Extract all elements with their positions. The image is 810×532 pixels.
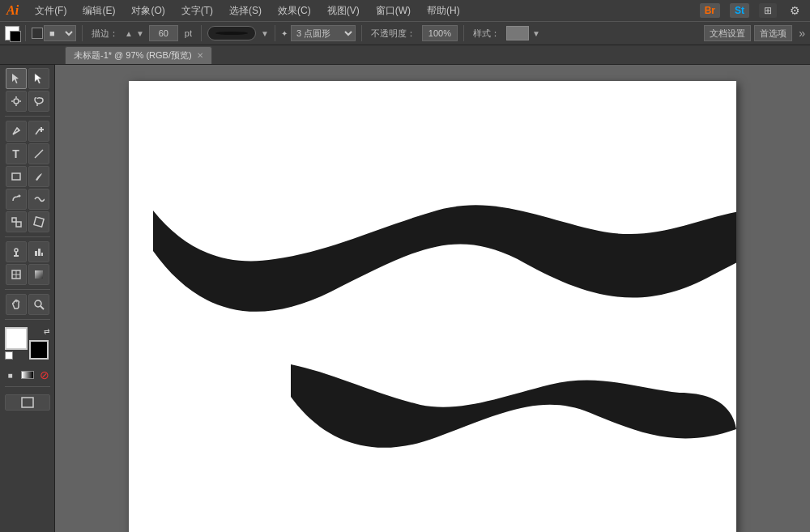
stroke-up-btn[interactable]: ▲: [125, 29, 133, 38]
workspace-btn[interactable]: ⊞: [759, 3, 777, 18]
direct-select-tool[interactable]: [28, 68, 49, 89]
free-transform-tool[interactable]: [28, 211, 49, 232]
menu-select[interactable]: 选择(S): [226, 2, 265, 19]
document-tab[interactable]: 未标题-1* @ 97% (RGB/预览) ✕: [65, 46, 212, 64]
menu-effect[interactable]: 效果(C): [275, 2, 314, 19]
stroke-down-btn[interactable]: ▼: [136, 29, 144, 38]
app-logo: Ai: [6, 3, 19, 18]
rotate-tools: [6, 189, 49, 210]
swap-colors-btn[interactable]: ⇄: [44, 327, 50, 335]
svg-marker-0: [12, 74, 19, 83]
separator-4: [275, 25, 275, 41]
brush-select[interactable]: 3 点圆形: [291, 25, 356, 41]
menu-help[interactable]: 帮助(H): [424, 2, 463, 19]
svg-point-17: [15, 249, 18, 252]
color-mode-icons: ■ ⊘: [3, 368, 52, 382]
type-tool[interactable]: T: [6, 143, 27, 164]
separator-1: [25, 25, 26, 41]
tab-label: 未标题-1* @ 97% (RGB/预览): [74, 49, 192, 62]
none-mode-btn[interactable]: ⊘: [37, 368, 52, 382]
svg-line-8: [17, 128, 19, 130]
svg-rect-29: [22, 398, 33, 407]
screen-mode-btn[interactable]: [5, 394, 50, 411]
svg-line-11: [35, 150, 43, 158]
tool-sep-2: [5, 236, 50, 237]
doc-settings-button[interactable]: 文档设置: [704, 25, 751, 41]
svg-line-28: [40, 306, 44, 309]
brush-size-icon: ✦: [281, 29, 288, 38]
svg-marker-13: [19, 194, 21, 198]
warp-tool[interactable]: [28, 189, 49, 210]
menu-window[interactable]: 窗口(W): [373, 2, 414, 19]
menu-view[interactable]: 视图(V): [324, 2, 363, 19]
menu-edit[interactable]: 编辑(E): [79, 2, 118, 19]
type-tools: T: [6, 143, 49, 164]
main-area: T: [0, 65, 810, 532]
paintbrush-tool[interactable]: [28, 166, 49, 187]
default-colors-btn[interactable]: [5, 351, 13, 360]
stroke-indicator[interactable]: [29, 340, 49, 360]
rectangle-tool[interactable]: [6, 166, 27, 187]
menu-object[interactable]: 对象(O): [128, 2, 168, 19]
zoom-tool[interactable]: [28, 294, 49, 315]
top-toolbar: ■ 描边： ▲ ▼ pt ▼ ✦ 3 点圆形 不透明度： 样式： ▼ 文档设置 …: [0, 21, 810, 45]
rotate-tool[interactable]: [6, 189, 27, 210]
stock-btn[interactable]: St: [730, 3, 749, 18]
stroke-path-1: [153, 205, 736, 311]
tool-sep-5: [5, 386, 50, 387]
svg-marker-1: [35, 74, 41, 83]
color-box-1[interactable]: [32, 28, 43, 39]
svg-rect-15: [16, 222, 21, 227]
title-bar: Ai 文件(F) 编辑(E) 对象(O) 文字(T) 选择(S) 效果(C) 视…: [0, 0, 810, 21]
hand-tools: [6, 294, 49, 315]
artwork-svg: [129, 81, 736, 532]
brush-dropdown-btn[interactable]: ▼: [261, 29, 269, 38]
stroke-oval: [215, 32, 248, 35]
settings-btn[interactable]: ⚙: [787, 2, 804, 19]
pen-tool[interactable]: [6, 121, 27, 142]
line-tool[interactable]: [28, 143, 49, 164]
artboard: [129, 81, 736, 532]
stroke-value-input[interactable]: [149, 25, 178, 41]
select-tool[interactable]: [6, 68, 27, 89]
style-swatch[interactable]: [506, 26, 529, 40]
separator-6: [463, 25, 464, 41]
svg-point-6: [14, 99, 19, 104]
tab-close-button[interactable]: ✕: [197, 51, 203, 60]
mesh-tool[interactable]: [6, 264, 27, 285]
gradient-tool[interactable]: [28, 264, 49, 285]
magic-wand-tool[interactable]: [6, 91, 27, 112]
tool-sep-1: [5, 116, 50, 117]
fill-color-swatch[interactable]: [5, 26, 19, 40]
hand-tool[interactable]: [6, 294, 27, 315]
menu-text[interactable]: 文字(T): [178, 2, 216, 19]
add-anchor-tool[interactable]: [28, 121, 49, 142]
mesh-tools: [6, 264, 49, 285]
column-graph-tool[interactable]: [28, 241, 49, 262]
svg-rect-16: [33, 217, 43, 227]
symbol-sprayer-tool[interactable]: [6, 241, 27, 262]
preferences-button[interactable]: 首选项: [754, 25, 792, 41]
shape-tools: [6, 166, 49, 187]
scale-tool[interactable]: [6, 211, 27, 232]
menu-file[interactable]: 文件(F): [32, 2, 70, 19]
canvas-area: [55, 65, 810, 532]
color-mode-btn[interactable]: ■: [3, 368, 18, 382]
style-dropdown-btn[interactable]: ▼: [532, 29, 540, 38]
color-indicators: ⇄: [5, 327, 50, 360]
gradient-mode-btn[interactable]: [21, 371, 34, 379]
separator-5: [361, 25, 362, 41]
opacity-input[interactable]: [422, 25, 458, 41]
stroke-label: 描边：: [88, 28, 122, 40]
toolbar-options-btn[interactable]: »: [799, 27, 805, 40]
brush-preview: [207, 26, 256, 40]
bridge-btn[interactable]: Br: [700, 3, 720, 18]
svg-rect-22: [41, 253, 43, 256]
opacity-label: 不透明度：: [368, 28, 419, 40]
svg-rect-12: [12, 173, 20, 180]
color-select[interactable]: ■: [44, 25, 76, 41]
fill-indicator[interactable]: [5, 327, 28, 350]
pen-tools: [6, 121, 49, 142]
lasso-tool[interactable]: [28, 91, 49, 112]
svg-rect-21: [38, 249, 40, 256]
